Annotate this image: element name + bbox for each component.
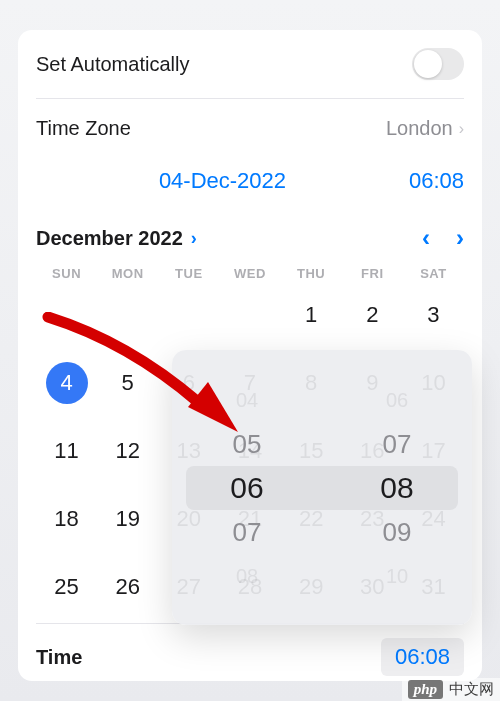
calendar-day xyxy=(97,289,158,341)
minute-option[interactable]: 07 xyxy=(383,422,412,466)
calendar-day[interactable]: 3 xyxy=(403,289,464,341)
chevron-right-icon: › xyxy=(459,120,464,138)
calendar-day[interactable]: 25 xyxy=(36,561,97,613)
minute-selected[interactable]: 08 xyxy=(380,466,413,510)
hour-option[interactable]: 04 xyxy=(236,378,258,422)
month-navigation: December 2022 › ‹ › xyxy=(18,210,482,260)
hour-option[interactable]: 05 xyxy=(233,422,262,466)
calendar-day[interactable]: 19 xyxy=(97,493,158,545)
prev-month-button[interactable]: ‹ xyxy=(422,224,430,252)
month-arrows: ‹ › xyxy=(422,224,464,252)
next-month-button[interactable]: › xyxy=(456,224,464,252)
display-time[interactable]: 06:08 xyxy=(409,168,464,194)
watermark-text: 中文网 xyxy=(449,680,494,699)
weekday: SUN xyxy=(36,266,97,281)
time-value-button[interactable]: 06:08 xyxy=(381,638,464,676)
month-year-button[interactable]: December 2022 › xyxy=(36,227,197,250)
weekday: THU xyxy=(281,266,342,281)
minute-option[interactable]: 10 xyxy=(386,554,408,598)
calendar-day[interactable]: 1 xyxy=(281,289,342,341)
weekday: FRI xyxy=(342,266,403,281)
hour-wheel[interactable]: 04 05 06 07 08 xyxy=(172,350,322,625)
hour-option[interactable]: 07 xyxy=(233,510,262,554)
minute-wheel[interactable]: 06 07 08 09 10 xyxy=(322,350,472,625)
weekday: WED xyxy=(219,266,280,281)
time-row: Time 06:08 xyxy=(36,623,464,676)
calendar-day[interactable]: 2 xyxy=(342,289,403,341)
set-automatically-label: Set Automatically xyxy=(36,53,189,76)
calendar-day[interactable]: 5 xyxy=(97,357,158,409)
weekday-header: SUN MON TUE WED THU FRI SAT xyxy=(18,260,482,289)
month-year-label: December 2022 xyxy=(36,227,183,250)
time-zone-value: London xyxy=(386,117,453,140)
calendar-day xyxy=(36,289,97,341)
month-expand-icon: › xyxy=(191,228,197,249)
calendar-day[interactable]: 26 xyxy=(97,561,158,613)
calendar-day[interactable]: 11 xyxy=(36,425,97,477)
hour-selected[interactable]: 06 xyxy=(230,466,263,510)
weekday: MON xyxy=(97,266,158,281)
watermark: php 中文网 xyxy=(402,678,500,701)
date-time-display: 04-Dec-2022 06:08 xyxy=(18,158,482,210)
time-label: Time xyxy=(36,646,82,669)
set-automatically-row: Set Automatically xyxy=(18,30,482,98)
display-date[interactable]: 04-Dec-2022 xyxy=(36,168,409,194)
calendar-day[interactable]: 18 xyxy=(36,493,97,545)
calendar-day-selected[interactable]: 4 xyxy=(46,362,88,404)
calendar-day[interactable]: 12 xyxy=(97,425,158,477)
calendar-day xyxy=(219,289,280,341)
weekday: TUE xyxy=(158,266,219,281)
calendar-day xyxy=(158,289,219,341)
time-picker-overlay[interactable]: 04 05 06 07 08 06 07 08 09 10 xyxy=(172,350,472,625)
time-zone-value-wrap: London › xyxy=(386,117,464,140)
minute-option[interactable]: 06 xyxy=(386,378,408,422)
toggle-knob xyxy=(414,50,442,78)
weekday: SAT xyxy=(403,266,464,281)
set-automatically-toggle[interactable] xyxy=(412,48,464,80)
time-zone-row[interactable]: Time Zone London › xyxy=(36,98,464,158)
time-zone-label: Time Zone xyxy=(36,117,131,140)
calendar-day[interactable]: 4 xyxy=(36,357,97,409)
minute-option[interactable]: 09 xyxy=(383,510,412,554)
watermark-logo: php xyxy=(408,680,443,699)
hour-option[interactable]: 08 xyxy=(236,554,258,598)
